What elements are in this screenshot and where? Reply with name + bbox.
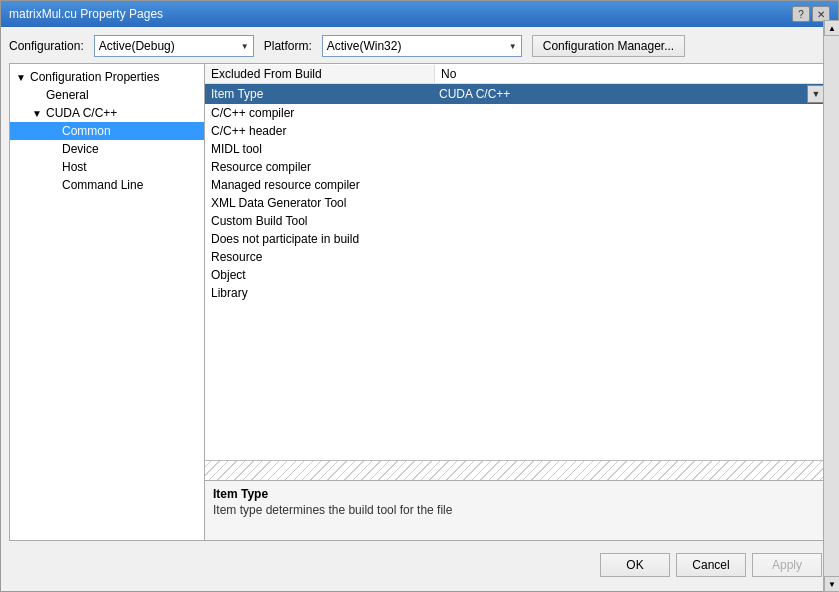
- sidebar-item-label: Host: [62, 160, 87, 174]
- property-row-excluded[interactable]: Excluded From Build No: [205, 64, 829, 84]
- property-name-excluded: Excluded From Build: [205, 65, 435, 83]
- property-row-item-type[interactable]: Item Type CUDA C/C++ ▼: [205, 84, 829, 104]
- property-name-item-type: Item Type: [205, 85, 435, 103]
- window-body: Configuration: Active(Debug) ▼ Platform:…: [1, 27, 838, 591]
- sidebar-item-label: Configuration Properties: [30, 70, 159, 84]
- list-item[interactable]: Managed resource compiler: [205, 176, 828, 194]
- cancel-button[interactable]: Cancel: [676, 553, 746, 577]
- dropdown-list-container: C/C++ compiler C/C++ header MIDL tool Re…: [205, 104, 829, 460]
- left-panel: ▼ Configuration Properties General ▼ CUD…: [10, 64, 205, 540]
- sidebar-item-label: General: [46, 88, 89, 102]
- list-item[interactable]: Does not participate in build: [205, 230, 828, 248]
- info-title: Item Type: [213, 487, 821, 501]
- sidebar-item-common[interactable]: Common: [10, 122, 204, 140]
- sidebar-item-command-line[interactable]: Command Line: [10, 176, 204, 194]
- list-item[interactable]: Object: [205, 266, 828, 284]
- config-row: Configuration: Active(Debug) ▼ Platform:…: [9, 35, 830, 57]
- list-item[interactable]: C/C++ compiler: [205, 104, 828, 122]
- config-manager-button[interactable]: Configuration Manager...: [532, 35, 685, 57]
- main-content: ▼ Configuration Properties General ▼ CUD…: [9, 63, 830, 541]
- config-dropdown-value: Active(Debug): [99, 39, 175, 53]
- sidebar-item-cuda-cpp[interactable]: ▼ CUDA C/C++: [10, 104, 204, 122]
- property-value-item-type: CUDA C/C++ ▼: [435, 85, 829, 103]
- list-item[interactable]: Custom Build Tool: [205, 212, 828, 230]
- platform-dropdown[interactable]: Active(Win32) ▼: [322, 35, 522, 57]
- window-title: matrixMul.cu Property Pages: [9, 7, 163, 21]
- list-item[interactable]: Library: [205, 284, 828, 302]
- help-button[interactable]: ?: [792, 6, 810, 22]
- sidebar-item-general[interactable]: General: [10, 86, 204, 104]
- tree-arrow-icon: ▼: [16, 72, 28, 83]
- property-area: Excluded From Build No Item Type CUDA C/…: [205, 64, 829, 480]
- hatched-area: [205, 460, 829, 480]
- property-value-excluded: No: [435, 65, 829, 83]
- main-window: matrixMul.cu Property Pages ? ✕ Configur…: [0, 0, 839, 592]
- sidebar-item-label: Command Line: [62, 178, 143, 192]
- platform-dropdown-value: Active(Win32): [327, 39, 402, 53]
- sidebar-item-device[interactable]: Device: [10, 140, 204, 158]
- config-dropdown-arrow-icon: ▼: [241, 42, 249, 51]
- info-description: Item type determines the build tool for …: [213, 503, 821, 517]
- list-item[interactable]: XML Data Generator Tool: [205, 194, 828, 212]
- platform-label: Platform:: [264, 39, 312, 53]
- list-item[interactable]: Resource compiler: [205, 158, 828, 176]
- apply-button[interactable]: Apply: [752, 553, 822, 577]
- title-bar: matrixMul.cu Property Pages ? ✕: [1, 1, 838, 27]
- list-item[interactable]: Resource: [205, 248, 828, 266]
- config-label: Configuration:: [9, 39, 84, 53]
- tree-arrow-icon: ▼: [32, 108, 44, 119]
- sidebar-item-host[interactable]: Host: [10, 158, 204, 176]
- list-item[interactable]: MIDL tool: [205, 140, 828, 158]
- right-panel: Excluded From Build No Item Type CUDA C/…: [205, 64, 829, 540]
- bottom-buttons: OK Cancel Apply: [9, 547, 830, 583]
- list-item[interactable]: C/C++ header: [205, 122, 828, 140]
- dropdown-scrollbar[interactable]: ▲ ▼: [823, 104, 829, 460]
- sidebar-item-label: CUDA C/C++: [46, 106, 117, 120]
- config-dropdown[interactable]: Active(Debug) ▼: [94, 35, 254, 57]
- sidebar-item-label: Common: [62, 124, 111, 138]
- sidebar-item-label: Device: [62, 142, 99, 156]
- sidebar-item-config-properties[interactable]: ▼ Configuration Properties: [10, 68, 204, 86]
- info-panel: Item Type Item type determines the build…: [205, 480, 829, 540]
- platform-dropdown-arrow-icon: ▼: [509, 42, 517, 51]
- ok-button[interactable]: OK: [600, 553, 670, 577]
- dropdown-list[interactable]: C/C++ compiler C/C++ header MIDL tool Re…: [205, 104, 829, 460]
- scroll-track: [824, 104, 829, 460]
